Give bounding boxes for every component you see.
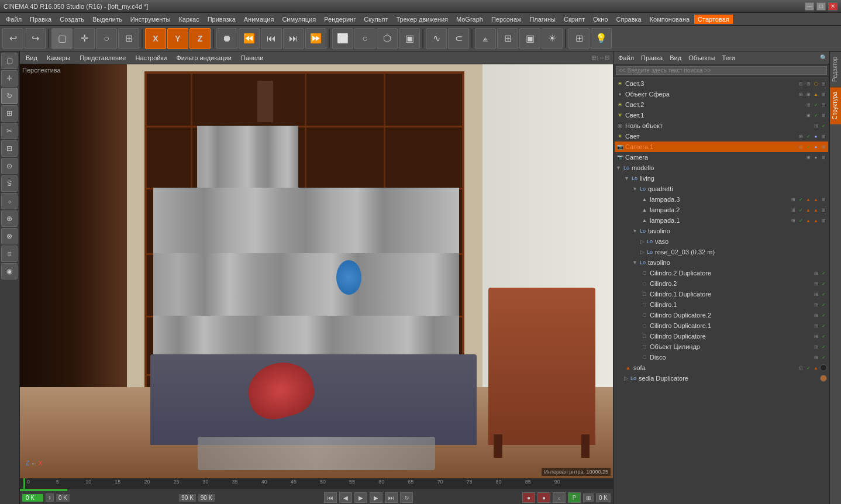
tag2[interactable]: ▲: [812, 217, 819, 224]
tree-item-svet2[interactable]: ☀ Свет.2 ⊞ ✓ ⊞: [615, 99, 828, 110]
tree-item-svет3[interactable]: ☀ Свет.3 ⊞ ⊞ ⬡ ⊞: [615, 78, 828, 89]
tree-item-svet1[interactable]: ☀ Свет.1 ⊞ ✓ ⊞: [615, 110, 828, 120]
chk-icon[interactable]: ✓: [812, 112, 819, 119]
tag3[interactable]: ⊞: [820, 206, 827, 213]
tree-item-tavolino2[interactable]: ▼ Lo tavolino: [615, 257, 828, 268]
next-frame-btn[interactable]: ▶: [370, 492, 382, 503]
menu-create[interactable]: Создать: [56, 15, 88, 24]
tag-icon[interactable]: ⬡: [812, 80, 819, 87]
go-end-btn[interactable]: ⏭: [385, 492, 398, 503]
expand-icon[interactable]: ▷: [640, 249, 644, 255]
menu-window[interactable]: Окно: [590, 15, 612, 24]
sphere-tool[interactable]: ○: [354, 28, 375, 49]
tree-item-sphere[interactable]: ● Объект Сфера ⊞ ⊞ ▲ ⊞: [615, 89, 828, 99]
fps-field[interactable]: 90 К: [198, 494, 215, 502]
chk-icon[interactable]: ✓: [820, 280, 827, 287]
anim-next[interactable]: ⏩: [305, 28, 326, 49]
chk-icon[interactable]: ✓: [820, 291, 827, 298]
vp-menu-view[interactable]: Вид: [23, 53, 40, 63]
tree-item-disco[interactable]: □ Disco ⊞ ✓: [615, 352, 828, 363]
chk-icon[interactable]: ✓: [805, 364, 812, 371]
vis-icon[interactable]: ⊞: [797, 80, 804, 87]
vis-icon[interactable]: ⊞: [805, 101, 812, 108]
timeline-mode[interactable]: 0 K: [596, 493, 611, 502]
chk-icon[interactable]: ✓: [820, 301, 827, 308]
vis-icon[interactable]: ⊞: [812, 322, 819, 329]
menu-help[interactable]: Справка: [613, 15, 645, 24]
tool-brush[interactable]: S: [1, 175, 18, 192]
tree-item-cil1[interactable]: □ Cilindro.1 ⊞ ✓: [615, 299, 828, 310]
chk-icon[interactable]: ✓: [797, 196, 804, 203]
vis-icon[interactable]: ⊞: [790, 217, 797, 224]
vis-icon[interactable]: ⊞: [797, 91, 804, 98]
vis-icon[interactable]: ⊞: [812, 122, 819, 129]
expand-icon[interactable]: ▼: [632, 228, 637, 234]
light-tool[interactable]: ☀: [542, 28, 563, 49]
chk-icon[interactable]: ✓: [820, 270, 827, 277]
tag1[interactable]: ▲: [805, 196, 812, 203]
expand-icon[interactable]: ▷: [640, 239, 644, 244]
chk-icon[interactable]: ✓: [820, 322, 827, 329]
om-menu-tags[interactable]: Теги: [720, 53, 737, 63]
vis-icon[interactable]: ⊞: [812, 291, 819, 298]
tree-item-living[interactable]: ▼ Lo living: [615, 173, 828, 184]
menu-animate[interactable]: Анимация: [240, 15, 278, 24]
search-input[interactable]: << Введите здесь текст поиска >>: [616, 66, 827, 75]
chk-icon[interactable]: ✓: [820, 312, 827, 319]
vis-icon[interactable]: ⊞: [790, 206, 797, 213]
tree-item-svet[interactable]: ☀ Свет ⊞ ✓ ● ⊞: [615, 131, 828, 141]
vtab-structure[interactable]: Структура: [830, 87, 841, 124]
mograph-tool[interactable]: ⊞: [497, 28, 518, 49]
tree-item-modello[interactable]: ▼ Lo modello: [615, 163, 828, 173]
tag2[interactable]: ▲: [812, 206, 819, 213]
tool-eye[interactable]: ◉: [1, 263, 18, 279]
end-frame[interactable]: 90 K: [179, 494, 196, 502]
autokey-btn[interactable]: ●: [537, 492, 550, 503]
prev-frame-btn[interactable]: ◀: [339, 492, 352, 503]
menu-file[interactable]: Файл: [2, 15, 25, 24]
tool-scale[interactable]: ⊞: [1, 105, 18, 122]
tree-item-cildup1[interactable]: □ Cilindro Duplicatore.1 ⊞ ✓: [615, 320, 828, 331]
tool-extrude[interactable]: ⊟: [1, 140, 18, 157]
loop-btn[interactable]: ↻: [400, 492, 413, 503]
expand-icon[interactable]: ▼: [616, 165, 621, 171]
vis-icon[interactable]: ⊞: [812, 354, 819, 361]
tree-item-cil2dup[interactable]: □ Cilindro.2 Duplicatore ⊞ ✓: [615, 268, 828, 278]
vp-menu-panels[interactable]: Панели: [239, 53, 266, 63]
menu-simulate[interactable]: Симуляция: [278, 15, 319, 24]
chk-icon[interactable]: ✓: [820, 354, 827, 361]
fps-display[interactable]: ⊞: [583, 493, 594, 502]
cylinder-tool[interactable]: ⬡: [377, 28, 398, 49]
current-frame[interactable]: 0 K: [22, 494, 43, 502]
undo-button[interactable]: ↩: [2, 28, 23, 49]
tag-icon[interactable]: ▲: [812, 91, 819, 98]
scale-tool[interactable]: ⊞: [118, 28, 139, 49]
gray-dot[interactable]: ●: [812, 154, 819, 161]
menu-edit[interactable]: Правка: [26, 15, 55, 24]
tree-item-sofa[interactable]: ▲ sofa ⊞ ✓ ▲: [615, 363, 828, 373]
vis-icon[interactable]: ⊞: [812, 333, 819, 340]
tool-rotate[interactable]: ↻: [1, 88, 18, 104]
cube-tool[interactable]: ⬜: [332, 28, 353, 49]
tree-item-sedia[interactable]: ▷ Lo sedia Duplicatore: [615, 373, 828, 384]
tool-loop[interactable]: ⊙: [1, 158, 18, 174]
axis-y[interactable]: Y: [167, 28, 188, 49]
render-icon[interactable]: ⊞: [820, 112, 827, 119]
tree-item-camera1[interactable]: 📷 Camera.1 ⊞ ✓ ● ⊞: [615, 141, 828, 152]
rotate-tool[interactable]: ○: [96, 28, 117, 49]
tree-item-cil1dup[interactable]: □ Cilindro.1 Duplicatore ⊞ ✓: [615, 289, 828, 299]
spline-tool[interactable]: ∿: [426, 28, 447, 49]
cir-icon[interactable]: ●: [812, 133, 819, 140]
plane-tool[interactable]: ▣: [399, 28, 420, 49]
tree-item-cildup2[interactable]: □ Cilindro Duplicatore.2 ⊞ ✓: [615, 310, 828, 320]
expand-icon[interactable]: ▼: [632, 260, 637, 265]
render-icon[interactable]: ⊞: [820, 101, 827, 108]
record-btn[interactable]: ●: [522, 492, 535, 503]
tool-select[interactable]: ▢: [1, 53, 18, 69]
vis-icon[interactable]: ⊞: [805, 154, 812, 161]
vis-icon[interactable]: ⊞: [812, 301, 819, 308]
anim-record[interactable]: ⏺: [216, 28, 237, 49]
expand-icon[interactable]: ▷: [624, 375, 628, 381]
chk-icon[interactable]: ✓: [820, 343, 827, 350]
viewport[interactable]: Перспектива Интервал рнтра: 10000.25 Z ←…: [20, 64, 613, 478]
